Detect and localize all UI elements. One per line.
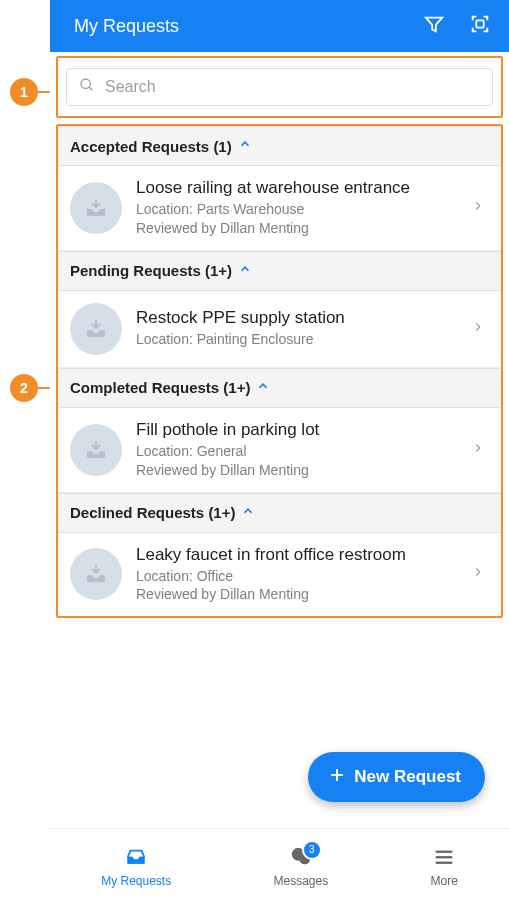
- annotation-1: 1: [10, 78, 38, 106]
- page-title: My Requests: [74, 16, 423, 37]
- request-reviewed: Reviewed by Dillan Menting: [136, 219, 471, 238]
- request-reviewed: Reviewed by Dillan Menting: [136, 585, 471, 604]
- list-item[interactable]: Leaky faucet in front office restroom Lo…: [58, 533, 501, 617]
- fab-label: New Request: [354, 767, 461, 787]
- request-location: Location: General: [136, 442, 471, 461]
- svg-rect-7: [436, 850, 453, 852]
- inbox-icon: [70, 182, 122, 234]
- svg-rect-9: [436, 861, 453, 863]
- search-input[interactable]: [105, 78, 480, 96]
- nav-my-requests[interactable]: My Requests: [101, 846, 171, 888]
- section-header-completed[interactable]: Completed Requests (1+): [58, 368, 501, 408]
- section-header-declined[interactable]: Declined Requests (1+): [58, 493, 501, 533]
- inbox-icon: [123, 846, 149, 871]
- phone-frame: My Requests Accepted Requests (1): [50, 0, 509, 900]
- request-body: Leaky faucet in front office restroom Lo…: [136, 545, 471, 605]
- request-title: Loose railing at warehouse entrance: [136, 178, 471, 198]
- chevron-up-icon: [241, 504, 255, 522]
- menu-icon: [432, 846, 456, 871]
- request-body: Restock PPE supply station Location: Pai…: [136, 308, 471, 349]
- section-header-label: Pending Requests (1+): [70, 262, 232, 279]
- request-location: Location: Painting Enclosure: [136, 330, 471, 349]
- sections-callout: Accepted Requests (1) Loose railing at w…: [56, 124, 503, 618]
- search-box[interactable]: [66, 68, 493, 106]
- chevron-right-icon: [471, 320, 489, 338]
- section-header-pending[interactable]: Pending Requests (1+): [58, 251, 501, 291]
- section-header-label: Declined Requests (1+): [70, 504, 235, 521]
- section-header-accepted[interactable]: Accepted Requests (1): [58, 126, 501, 166]
- request-title: Leaky faucet in front office restroom: [136, 545, 471, 565]
- scan-icon[interactable]: [469, 13, 491, 39]
- nav-label: My Requests: [101, 874, 171, 888]
- list-item[interactable]: Restock PPE supply station Location: Pai…: [58, 291, 501, 368]
- list-item[interactable]: Fill pothole in parking lot Location: Ge…: [58, 408, 501, 493]
- search-callout: [56, 56, 503, 118]
- inbox-icon: [70, 303, 122, 355]
- svg-rect-0: [476, 20, 483, 27]
- bottom-nav: My Requests 3 Messages More: [50, 828, 509, 900]
- list-item[interactable]: Loose railing at warehouse entrance Loca…: [58, 166, 501, 251]
- nav-label: More: [430, 874, 457, 888]
- chevron-up-icon: [238, 262, 252, 280]
- search-icon: [79, 77, 95, 97]
- svg-rect-8: [436, 856, 453, 858]
- svg-line-2: [89, 87, 92, 90]
- inbox-icon: [70, 424, 122, 476]
- request-title: Restock PPE supply station: [136, 308, 471, 328]
- section-header-label: Completed Requests (1+): [70, 379, 250, 396]
- messages-badge: 3: [302, 840, 322, 860]
- filter-icon[interactable]: [423, 13, 445, 39]
- request-location: Location: Office: [136, 567, 471, 586]
- chevron-right-icon: [471, 565, 489, 583]
- nav-messages[interactable]: 3 Messages: [273, 846, 328, 888]
- chevron-up-icon: [256, 379, 270, 397]
- request-body: Fill pothole in parking lot Location: Ge…: [136, 420, 471, 480]
- new-request-button[interactable]: New Request: [308, 752, 485, 802]
- request-title: Fill pothole in parking lot: [136, 420, 471, 440]
- chevron-right-icon: [471, 199, 489, 217]
- plus-icon: [328, 766, 346, 789]
- section-header-label: Accepted Requests (1): [70, 138, 232, 155]
- svg-point-1: [81, 79, 90, 88]
- chevron-right-icon: [471, 441, 489, 459]
- nav-label: Messages: [273, 874, 328, 888]
- annotation-2: 2: [10, 374, 38, 402]
- header-actions: [423, 13, 491, 39]
- request-location: Location: Parts Warehouse: [136, 200, 471, 219]
- inbox-icon: [70, 548, 122, 600]
- app-header: My Requests: [50, 0, 509, 52]
- request-reviewed: Reviewed by Dillan Menting: [136, 461, 471, 480]
- request-body: Loose railing at warehouse entrance Loca…: [136, 178, 471, 238]
- chat-icon: 3: [288, 846, 314, 871]
- nav-more[interactable]: More: [430, 846, 457, 888]
- chevron-up-icon: [238, 137, 252, 155]
